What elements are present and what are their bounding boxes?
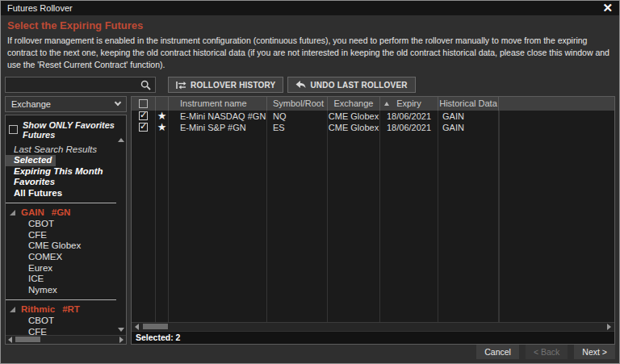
group-name: Rithmic (21, 303, 55, 316)
filler-cell (499, 133, 500, 322)
undo-last-rollover-label: UNDO LAST ROLLOVER (310, 81, 407, 90)
back-button[interactable]: < Back (526, 345, 568, 359)
sidebar-horizontal-scrollbar[interactable] (6, 335, 126, 344)
next-button[interactable]: Next > (574, 345, 615, 359)
column-header-historical-data[interactable]: Historical Data (438, 97, 499, 111)
row-star-cell: ★ (156, 111, 169, 122)
sidebar: Exchange Show ONLY Favorites Futures Las… (5, 96, 127, 345)
favorites-checkbox-label: Show ONLY Favorites Futures (23, 120, 123, 140)
filler-cell (380, 133, 438, 322)
column-header-filler (499, 97, 614, 111)
cell-expiry: 18/06/2021 (380, 111, 438, 122)
quick-filter-favorites[interactable]: Favorites (6, 177, 116, 188)
table-header: Instrument name Symbol/Root Exchange Exp… (132, 97, 614, 111)
tree-item-ice[interactable]: ICE (6, 274, 116, 285)
cancel-button[interactable]: Cancel (476, 345, 519, 359)
toolbar: ROLLOVER HISTORY UNDO LAST ROLLOVER (5, 77, 615, 94)
expand-triangle-icon[interactable] (10, 210, 15, 215)
filler-cell (438, 133, 499, 322)
exchange-dropdown-value: Exchange (11, 99, 51, 109)
expand-triangle-icon[interactable] (10, 307, 15, 312)
sort-ascending-icon (384, 102, 389, 106)
table-scroll-left-icon[interactable] (135, 324, 139, 330)
tree-item-comex[interactable]: COMEX (6, 252, 116, 263)
quick-filter-selected[interactable]: Selected (6, 155, 56, 166)
tree-item-cfe[interactable]: CFE (6, 327, 116, 335)
cell-instrument-name: E-Mini NASDAQ #GN (169, 111, 267, 122)
search-icon (140, 80, 151, 90)
group-name: GAIN (21, 207, 44, 219)
close-icon[interactable]: ✕ (602, 2, 613, 14)
cell-instrument-name: E-Mini S&P #GN (169, 122, 267, 133)
filler-cell (156, 133, 169, 322)
table-horizontal-scrollbar[interactable] (132, 322, 614, 331)
filler-cell (132, 133, 156, 322)
search-input[interactable] (10, 80, 140, 90)
group-separator (6, 203, 116, 203)
column-header-exchange[interactable]: Exchange (328, 97, 380, 111)
table-scroll-right-icon[interactable] (607, 324, 611, 330)
column-header-expiry[interactable]: Expiry (380, 97, 438, 111)
select-all-checkbox[interactable] (139, 99, 148, 108)
group-tag: #RT (62, 303, 80, 316)
row-checkbox-cell (132, 111, 156, 122)
filler-cell (267, 133, 328, 322)
column-header-expiry-label: Expiry (396, 98, 421, 108)
undo-last-rollover-button[interactable]: UNDO LAST ROLLOVER (287, 77, 415, 93)
table-row[interactable]: ★E-Mini NASDAQ #GNNQCME Globex18/06/2021… (132, 111, 614, 122)
cell-filler (499, 122, 500, 133)
rollover-history-button[interactable]: ROLLOVER HISTORY (168, 77, 283, 93)
cell-symbol-root: ES (267, 122, 328, 133)
tree-item-eurex[interactable]: Eurex (6, 263, 116, 274)
favorites-filter-row[interactable]: Show ONLY Favorites Futures (6, 115, 126, 143)
scroll-down-icon[interactable] (118, 328, 124, 332)
row-star-cell: ★ (156, 122, 169, 133)
tree-item-cbot[interactable]: CBOT (6, 316, 116, 327)
group-tag: #GN (52, 207, 71, 219)
scroll-left-icon[interactable] (8, 337, 12, 343)
description-text: If rollover management is enabled in the… (7, 35, 613, 72)
tree-item-nymex[interactable]: Nymex (6, 285, 116, 296)
main-area: Exchange Show ONLY Favorites Futures Las… (5, 96, 615, 345)
quick-filter-all-futures[interactable]: All Futures (6, 188, 116, 199)
row-checkbox[interactable] (139, 123, 148, 132)
cell-exchange: CME Globex (328, 111, 380, 122)
table-row[interactable]: ★E-Mini S&P #GNESCME Globex18/06/2021GAI… (132, 122, 614, 133)
rollover-history-label: ROLLOVER HISTORY (191, 81, 275, 90)
tree-group-rithmic[interactable]: Rithmic#RT (6, 303, 116, 316)
window-title: Futures Rollover (7, 3, 73, 13)
star-icon[interactable]: ★ (157, 111, 167, 121)
table-empty-area (132, 133, 614, 322)
search-box[interactable] (5, 77, 156, 93)
row-checkbox[interactable] (139, 111, 148, 120)
quick-filter-expiring-this-month[interactable]: Expiring This Month (6, 166, 116, 178)
table-body: ★E-Mini NASDAQ #GNNQCME Globex18/06/2021… (132, 111, 614, 322)
futures-rollover-dialog: Futures Rollover ✕ Select the Expiring F… (0, 0, 620, 364)
sidebar-hscroll-thumb[interactable] (15, 337, 40, 342)
row-checkbox-cell (132, 122, 156, 133)
cell-exchange: CME Globex (328, 122, 380, 133)
tree-item-cbot[interactable]: CBOT (6, 219, 116, 230)
tree-item-cme-globex[interactable]: CME Globex (6, 241, 116, 252)
exchange-tree: Last Search ResultsSelectedExpiring This… (6, 143, 126, 335)
rollover-history-icon (176, 81, 186, 90)
favorites-checkbox[interactable] (9, 125, 18, 134)
scroll-right-icon[interactable] (119, 337, 124, 343)
sidebar-vertical-scrollbar[interactable] (116, 136, 125, 333)
scroll-up-icon[interactable] (118, 138, 124, 142)
tree-item-cfe[interactable]: CFE (6, 230, 116, 241)
quick-filter-last-search-results[interactable]: Last Search Results (6, 144, 116, 156)
footer: Cancel < Back Next > (1, 345, 619, 364)
column-header-symbol-root[interactable]: Symbol/Root (267, 97, 328, 111)
chevron-down-icon (115, 99, 121, 106)
table-hscroll-thumb[interactable] (143, 324, 168, 329)
exchange-dropdown[interactable]: Exchange (5, 96, 127, 112)
star-icon[interactable]: ★ (157, 123, 167, 132)
cell-filler (499, 111, 500, 122)
group-separator (6, 299, 116, 300)
select-all-header-cell[interactable] (132, 97, 156, 111)
cell-symbol-root: NQ (267, 111, 328, 122)
tree-group-gain[interactable]: GAIN#GN (6, 207, 116, 219)
column-header-instrument-name[interactable]: Instrument name (169, 97, 267, 111)
page-title: Select the Expiring Futures (7, 19, 613, 31)
